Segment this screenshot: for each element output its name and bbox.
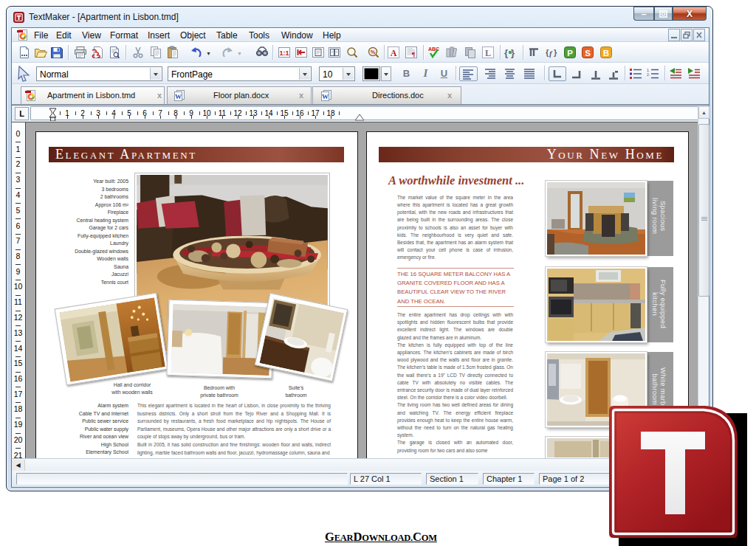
svg-text:f: f [549, 49, 553, 58]
svg-text:1:1: 1:1 [279, 49, 289, 57]
svg-text:¶: ¶ [412, 51, 416, 58]
svg-text:W: W [175, 93, 182, 100]
svg-text:A: A [391, 48, 397, 58]
svg-text:}: } [554, 48, 557, 57]
svg-text:2.: 2. [647, 72, 650, 77]
svg-text:P: P [567, 49, 573, 58]
svg-text:%: % [371, 49, 376, 55]
svg-text:L: L [485, 48, 491, 58]
svg-text:W: W [322, 93, 329, 100]
svg-text:S: S [585, 49, 591, 58]
svg-text:B: B [603, 49, 609, 58]
svg-text:{: { [504, 47, 508, 58]
